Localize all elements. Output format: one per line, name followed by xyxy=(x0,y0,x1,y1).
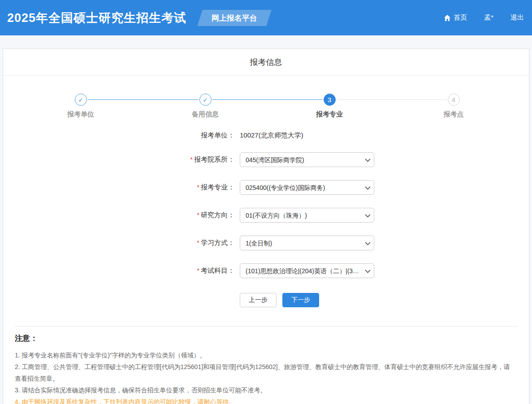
step-2-label: 备用信息 xyxy=(178,110,232,119)
notice-item-3: 3. 请结合实际情况准确选择报考信息，确保符合招生单位要求，否则招生单位可能不准… xyxy=(15,384,515,396)
nav-user-label: 孟* xyxy=(484,13,493,22)
step-4-label: 报考点 xyxy=(427,110,480,119)
platform-badge-label: 网上报名平台 xyxy=(212,13,257,23)
research-direction-row: *研究方向： 01(不设方向（珠海）) xyxy=(3,208,529,223)
study-mode-label: *学习方式： xyxy=(3,239,234,247)
research-direction-label: *研究方向： xyxy=(3,211,234,219)
platform-badge: 网上报名平台 xyxy=(197,10,272,26)
step-3-indicator: 3 xyxy=(324,94,336,106)
step-1-label: 报考单位 xyxy=(54,110,108,119)
exam-subjects-select[interactable]: (101)思想政治理论|(204)英语（二）|(39... xyxy=(240,263,374,278)
app-header: 2025年全国硕士研究生招生考试 网上报名平台 首页 孟* 退出 xyxy=(0,0,532,35)
step-1-unit: ✓ 报考单位 xyxy=(54,94,108,119)
previous-step-button[interactable]: 上一步 xyxy=(240,293,277,307)
wizard-stepper: ✓ 报考单位 ✓ 备用信息 3 报考专业 4 报考点 xyxy=(3,76,529,126)
check-icon: ✓ xyxy=(75,94,87,106)
header-nav: 首页 孟* 退出 xyxy=(444,13,524,22)
notice-title: 注意： xyxy=(15,333,515,344)
next-step-button[interactable]: 下一步 xyxy=(282,293,319,307)
nav-home-label: 首页 xyxy=(454,13,467,22)
required-mark: * xyxy=(197,239,199,246)
department-label: *报考院系所： xyxy=(3,155,234,164)
major-label: *报考专业： xyxy=(3,183,234,192)
department-row: *报考院系所： 045(湾区国际商学院) xyxy=(3,152,529,167)
notice-item-2: 2. 工商管理、公共管理、工程管理硕士中的工程管理[代码为125601]和项目管… xyxy=(15,361,515,384)
content-panel: 报考信息 ✓ 报考单位 ✓ 备用信息 3 报考专业 4 报考点 报考单位： 10… xyxy=(3,48,529,404)
check-icon: ✓ xyxy=(199,94,212,106)
form-buttons: 上一步 下一步 xyxy=(240,293,529,307)
nav-home[interactable]: 首页 xyxy=(444,13,467,22)
major-select[interactable]: 025400((专业学位)国际商务) xyxy=(240,180,374,195)
nav-logout[interactable]: 退出 xyxy=(510,13,524,22)
required-mark: * xyxy=(197,211,199,219)
step-3-label: 报考专业 xyxy=(303,110,356,119)
major-row: *报考专业： 025400((专业学位)国际商务) xyxy=(3,180,529,195)
nav-logout-label: 退出 xyxy=(510,13,524,22)
unit-row: 报考单位： 10027(北京师范大学) xyxy=(3,131,529,140)
step-2-backup-info: ✓ 备用信息 xyxy=(178,94,232,119)
required-mark: * xyxy=(197,184,199,191)
nav-user[interactable]: 孟* xyxy=(484,13,493,22)
application-form: 报考单位： 10027(北京师范大学) *报考院系所： 045(湾区国际商学院)… xyxy=(3,131,529,307)
unit-label: 报考单位： xyxy=(3,131,234,140)
notice-item-1: 1. 报考专业名称前面有"(专业学位)"字样的为专业学位类别（领域）。 xyxy=(15,349,515,361)
study-mode-row: *学习方式： 1(全日制) xyxy=(3,236,529,250)
step-4-indicator: 4 xyxy=(448,94,460,106)
home-icon xyxy=(444,14,451,21)
page-title: 报考信息 xyxy=(3,49,529,76)
notice-item-4: 4. 由于网络环境及系统复杂性，下拉列表内容显示的可能比较慢，请耐心等待。 xyxy=(15,396,515,404)
required-mark: * xyxy=(190,156,193,163)
exam-subjects-label: *考试科目： xyxy=(3,266,234,275)
step-4-exam-site: 4 报考点 xyxy=(427,94,480,119)
step-3-major: 3 报考专业 xyxy=(303,94,356,119)
study-mode-select[interactable]: 1(全日制) xyxy=(240,236,374,250)
app-title: 2025年全国硕士研究生招生考试 xyxy=(7,10,186,26)
exam-subjects-row: *考试科目： (101)思想政治理论|(204)英语（二）|(39... xyxy=(3,263,529,278)
required-mark: * xyxy=(197,267,199,274)
research-direction-select[interactable]: 01(不设方向（珠海）) xyxy=(240,208,374,223)
notice-section: 注意： 1. 报考专业名称前面有"(专业学位)"字样的为专业学位类别（领域）。 … xyxy=(3,327,529,404)
department-select[interactable]: 045(湾区国际商学院) xyxy=(240,152,374,167)
unit-value: 10027(北京师范大学) xyxy=(240,131,303,140)
